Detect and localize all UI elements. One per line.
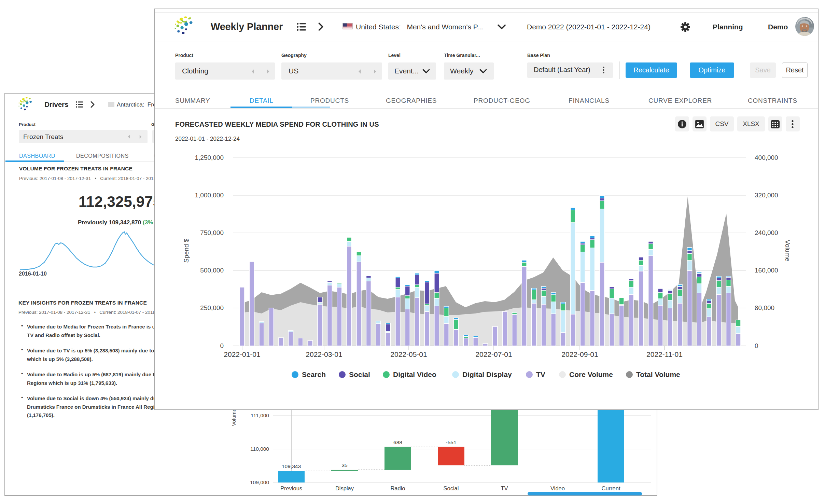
svg-text:1,000,000: 1,000,000 xyxy=(195,192,224,199)
svg-text:Volume: Volume xyxy=(231,408,237,426)
svg-text:Core Volume: Core Volume xyxy=(569,370,613,378)
svg-text:Digital Display: Digital Display xyxy=(462,370,512,378)
svg-text:Total Volume: Total Volume xyxy=(636,370,680,378)
svg-text:Radio: Radio xyxy=(390,485,405,491)
svg-text:Current: Current xyxy=(601,485,620,491)
svg-text:Social: Social xyxy=(349,370,370,378)
svg-text:160,000: 160,000 xyxy=(755,267,778,274)
svg-text:240,000: 240,000 xyxy=(755,229,778,236)
svg-text:Display: Display xyxy=(335,485,354,491)
svg-text:Social: Social xyxy=(444,485,459,491)
svg-text:2022-11-01: 2022-11-01 xyxy=(646,350,683,358)
svg-text:250,000: 250,000 xyxy=(200,304,224,311)
svg-text:Spend $: Spend $ xyxy=(183,238,190,263)
svg-text:400,000: 400,000 xyxy=(755,154,778,161)
svg-text:0: 0 xyxy=(755,342,758,349)
svg-text:110,000: 110,000 xyxy=(250,446,269,452)
svg-text:35: 35 xyxy=(341,462,347,468)
svg-text:750,000: 750,000 xyxy=(200,229,224,236)
svg-text:Digital Video: Digital Video xyxy=(393,370,436,378)
svg-text:2022-07-01: 2022-07-01 xyxy=(475,350,512,358)
svg-text:0: 0 xyxy=(220,342,224,349)
svg-text:Previous: Previous xyxy=(280,485,302,491)
svg-text:Volume: Volume xyxy=(784,240,791,261)
svg-text:111,000: 111,000 xyxy=(251,412,269,418)
svg-text:109,000: 109,000 xyxy=(250,479,269,485)
svg-text:2022-01-01: 2022-01-01 xyxy=(224,350,260,358)
svg-text:1,250,000: 1,250,000 xyxy=(195,154,224,161)
svg-text:320,000: 320,000 xyxy=(755,192,778,199)
svg-text:Video: Video xyxy=(550,485,565,491)
svg-text:2022-05-01: 2022-05-01 xyxy=(390,350,427,358)
svg-text:500,000: 500,000 xyxy=(200,267,224,274)
svg-text:109,343: 109,343 xyxy=(282,463,301,469)
svg-text:Search: Search xyxy=(302,370,326,378)
svg-text:-551: -551 xyxy=(446,439,456,445)
svg-text:2022-09-01: 2022-09-01 xyxy=(561,350,598,358)
svg-text:688: 688 xyxy=(393,439,402,445)
svg-text:TV: TV xyxy=(501,485,508,491)
svg-text:2022-03-01: 2022-03-01 xyxy=(306,350,342,358)
svg-text:TV: TV xyxy=(536,370,545,378)
svg-text:80,000: 80,000 xyxy=(755,304,774,311)
